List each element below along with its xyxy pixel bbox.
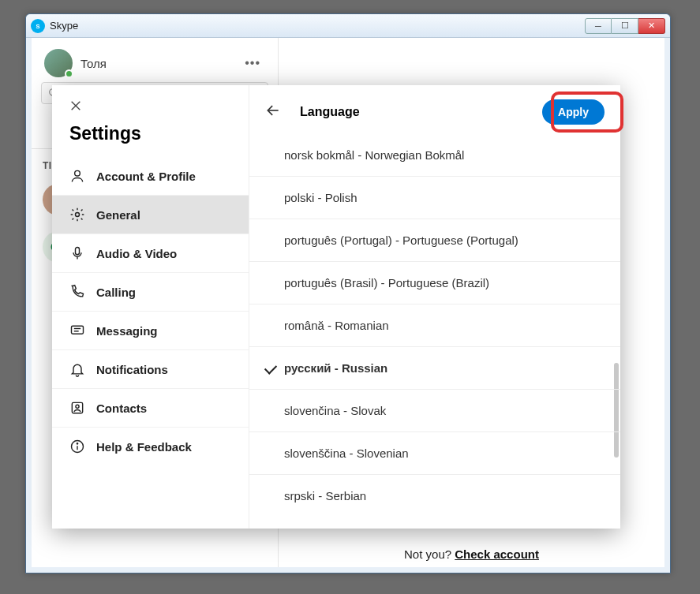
presence-dot-icon bbox=[65, 69, 73, 78]
bell-icon bbox=[69, 361, 85, 377]
nav-notifications[interactable]: Notifications bbox=[52, 350, 249, 389]
check-account-link[interactable]: Check account bbox=[455, 547, 539, 561]
language-option[interactable]: slovenčina - Slovak bbox=[249, 390, 620, 432]
nav-messaging[interactable]: Messaging bbox=[52, 312, 249, 350]
nav-general[interactable]: General bbox=[52, 196, 249, 234]
nav-help-feedback[interactable]: Help & Feedback bbox=[52, 428, 249, 465]
info-icon bbox=[69, 439, 85, 454]
apply-button[interactable]: Apply bbox=[542, 99, 605, 125]
maximize-button[interactable]: ☐ bbox=[612, 18, 638, 34]
window-frame: S Skype ─ ☐ ✕ Толя ••• Sea bbox=[25, 13, 671, 573]
not-you-text: Not you? Check account bbox=[404, 547, 539, 561]
language-option[interactable]: polski - Polish bbox=[249, 177, 620, 219]
language-option[interactable]: português (Portugal) - Portuguese (Portu… bbox=[249, 219, 620, 262]
svg-point-8 bbox=[76, 213, 80, 217]
nav-account-profile[interactable]: Account & Profile bbox=[52, 157, 249, 196]
close-window-button[interactable]: ✕ bbox=[638, 18, 665, 34]
close-icon bbox=[69, 99, 82, 112]
profile-name[interactable]: Толя bbox=[80, 57, 232, 70]
phone-icon bbox=[69, 284, 85, 300]
nav-calling[interactable]: Calling bbox=[52, 273, 249, 312]
svg-point-7 bbox=[75, 170, 80, 176]
svg-point-14 bbox=[76, 405, 79, 408]
settings-title: Settings bbox=[52, 120, 249, 157]
page-title: Language bbox=[300, 105, 523, 119]
language-option[interactable]: srpski - Serbian bbox=[249, 475, 620, 517]
back-button[interactable] bbox=[265, 103, 281, 121]
window-title: Skype bbox=[50, 20, 78, 32]
message-icon bbox=[69, 323, 85, 338]
microphone-icon bbox=[69, 245, 85, 261]
language-option[interactable]: português (Brasil) - Portuguese (Brazil) bbox=[249, 262, 620, 304]
language-list[interactable]: norsk bokmål - Norwegian Bokmålpolski - … bbox=[249, 134, 620, 529]
gear-icon bbox=[69, 207, 85, 222]
nav-audio-video[interactable]: Audio & Video bbox=[52, 234, 249, 273]
svg-rect-10 bbox=[72, 326, 84, 334]
svg-rect-9 bbox=[76, 248, 80, 255]
skype-logo-icon: S bbox=[31, 19, 45, 33]
language-option[interactable]: slovenščina - Slovenian bbox=[249, 432, 620, 475]
language-option[interactable]: русский - Russian bbox=[249, 347, 620, 390]
language-option[interactable]: norsk bokmål - Norwegian Bokmål bbox=[249, 134, 620, 177]
arrow-left-icon bbox=[265, 103, 281, 118]
nav-contacts[interactable]: Contacts bbox=[52, 389, 249, 428]
close-settings-button[interactable] bbox=[52, 85, 249, 120]
language-option[interactable]: română - Romanian bbox=[249, 304, 620, 347]
more-menu-button[interactable]: ••• bbox=[240, 53, 265, 73]
contacts-icon bbox=[69, 400, 85, 416]
settings-panel: Settings Account & Profile General Audio… bbox=[52, 85, 620, 529]
svg-point-17 bbox=[77, 443, 77, 444]
person-icon bbox=[69, 168, 85, 184]
minimize-button[interactable]: ─ bbox=[585, 18, 612, 34]
svg-text:S: S bbox=[36, 22, 39, 29]
avatar[interactable] bbox=[44, 49, 73, 77]
titlebar[interactable]: S Skype ─ ☐ ✕ bbox=[26, 14, 670, 38]
